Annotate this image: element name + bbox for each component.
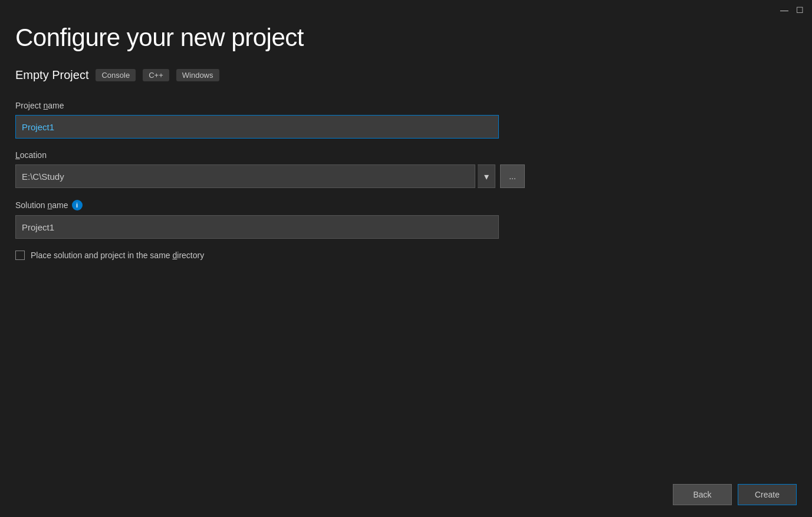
project-name-label: Project name [15,101,797,110]
tag-windows: Windows [176,69,219,81]
main-content: Configure your new project Empty Project… [15,24,797,517]
same-directory-row: Place solution and project in the same d… [15,251,797,260]
solution-name-group: Solution name i [15,200,797,239]
location-dropdown-arrow[interactable]: ▾ [478,164,495,188]
project-name-label-text: Project name [15,101,64,110]
minimize-button[interactable]: — [779,5,790,15]
back-label: Back [693,490,711,499]
location-group: Location ▾ ... [15,150,797,188]
same-directory-label: Place solution and project in the same d… [31,251,204,260]
browse-button[interactable]: ... [500,164,525,188]
create-button[interactable]: Create [738,484,797,505]
back-button[interactable]: Back [673,484,732,505]
create-label: Create [755,490,780,499]
title-bar: — ☐ [772,0,812,20]
tag-cpp: C++ [143,69,169,81]
location-input[interactable] [15,164,475,188]
project-type-label: Empty Project [15,68,88,82]
bottom-bar: Back Create [673,484,797,505]
solution-name-label: Solution name i [15,200,797,210]
location-label-text: Location [15,150,47,160]
location-label: Location [15,150,797,160]
tag-console: Console [96,69,136,81]
location-row: ▾ ... [15,164,797,188]
solution-name-input[interactable] [15,215,499,239]
dropdown-chevron-icon: ▾ [484,171,489,182]
maximize-button[interactable]: ☐ [794,5,805,15]
project-name-group: Project name [15,101,797,139]
page-title: Configure your new project [15,24,797,52]
same-directory-checkbox[interactable] [15,251,25,260]
solution-name-label-text: Solution name [15,200,68,210]
project-name-input[interactable] [15,115,499,139]
project-type-row: Empty Project Console C++ Windows [15,68,797,82]
info-icon: i [72,200,83,210]
